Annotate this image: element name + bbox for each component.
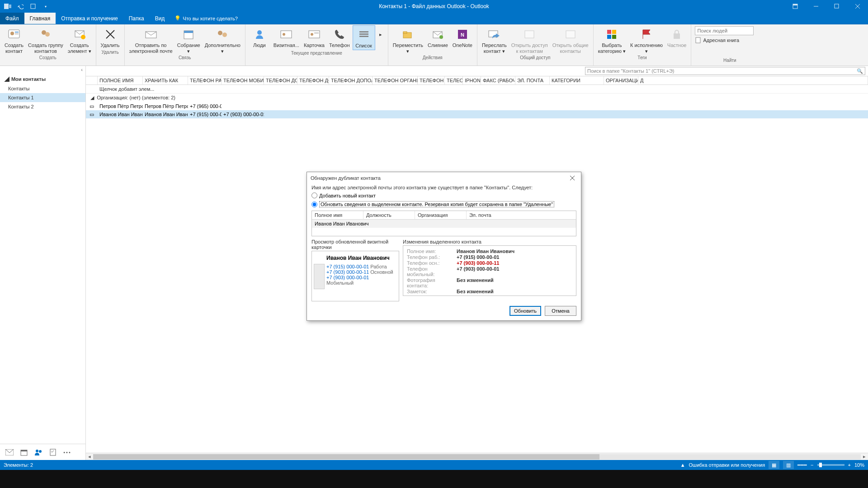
open-shared-contacts-button[interactable]: Открыть общие контакты [551,25,590,55]
lightbulb-icon: 💡 [175,15,181,21]
nav-item-contacts-1[interactable]: Контакты 1 [0,93,85,102]
dup-col-email[interactable]: Эл. почта [467,211,576,219]
new-contact-group-button[interactable]: Создать группу контактов [26,25,65,55]
radio-add-new[interactable]: Добавить новый контакт [311,191,576,200]
radio-update-existing[interactable]: Обновить сведения о выделенном контакте.… [311,200,576,209]
minimize-button[interactable] [806,0,826,13]
view-normal-icon[interactable]: ▦ [769,461,779,469]
address-book-button[interactable]: Адресная книга [695,37,764,43]
follow-up-button[interactable]: К исполнению ▾ [628,25,665,55]
new-items-button[interactable]: Создать элемент ▾ [66,25,93,55]
col-phone-work[interactable]: ТЕЛЕФОН РАБ. [188,76,222,84]
dup-row[interactable]: Иванов Иван Иванович [312,220,576,228]
dialog-close-button[interactable] [567,173,577,183]
nav-people-icon[interactable] [34,448,42,456]
col-fax[interactable]: ФАКС (РАБОЧИЙ) [481,76,515,84]
view-people-button[interactable]: Люди [248,25,271,50]
nav-tasks-icon[interactable] [49,448,57,456]
svg-rect-42 [607,35,611,39]
search-people-input[interactable]: Поиск людей [695,26,754,35]
svg-point-20 [218,31,222,35]
dup-col-job[interactable]: Должность [363,211,415,219]
qat-undo-icon[interactable] [15,1,25,11]
group-header[interactable]: ◢ Организация: (нет) (элементов: 2) [86,94,868,102]
dup-col-org[interactable]: Организация [415,211,467,219]
nav-calendar-icon[interactable] [20,448,28,456]
zoom-in-button[interactable]: + [848,462,851,468]
status-error[interactable]: Ошибка отправки или получения [689,462,765,468]
zoom-level[interactable]: 10% [854,462,864,468]
contact-row[interactable]: ▭ Петров Пётр Петрович Петров Пётр Петро… [86,102,868,110]
col-email[interactable]: ЭЛ. ПОЧТА [515,76,550,84]
col-phone-org[interactable]: ТЕЛЕФОН ОРГАНИЗАЦ... [373,76,418,84]
share-contacts-button[interactable]: Открыть доступ к контактам [509,25,550,55]
horizontal-scrollbar[interactable]: ◂ ▸ [86,453,868,460]
close-button[interactable] [847,0,868,13]
dialog-message: Имя или адрес электронной почты этого ко… [311,184,576,191]
new-contact-button[interactable]: Создать контакт [3,25,25,55]
view-card-button[interactable]: Карточка [302,25,326,50]
maximize-button[interactable] [826,0,847,13]
nav-item-contacts[interactable]: Контакты [0,84,85,93]
col-org[interactable]: ОРГАНИЗАЦИЯ [604,76,638,84]
ribbon-options-icon[interactable] [785,0,806,13]
zoom-out-button[interactable]: − [811,462,813,468]
update-button[interactable]: Обновить [509,306,541,316]
col-phone-home[interactable]: ТЕЛЕФОН ДОМ. [264,76,297,84]
col-phone-x3[interactable]: ТЕЛЕФОН О... [418,76,445,84]
tab-send-receive[interactable]: Отправка и получение [56,13,123,24]
scroll-thumb[interactable] [93,454,599,460]
col-icon[interactable] [86,76,98,84]
col-phone-mobile[interactable]: ТЕЛЕФОН МОБИЛЬН... [222,76,264,84]
tab-folder[interactable]: Папка [123,13,150,24]
col-phone-x4[interactable]: ТЕЛЕО... [445,76,463,84]
scroll-left-icon[interactable]: ◂ [86,454,93,460]
scroll-right-icon[interactable]: ▸ [861,454,868,460]
nav-more-icon[interactable]: ••• [63,448,71,456]
view-phone-button[interactable]: Телефон [327,25,352,50]
view-businesscard-button[interactable]: Визитная... [272,25,301,50]
nav-header-my-contacts[interactable]: ◢ Мои контакты [0,73,85,84]
cancel-button[interactable]: Отмена [545,306,576,316]
more-comm-button[interactable]: Дополнительно ▾ [203,25,242,55]
svg-point-24 [283,33,285,36]
onenote-button[interactable]: NOneNote [451,25,474,55]
nav-collapse-button[interactable]: ‹ [0,66,85,73]
col-phone-x1[interactable]: ТЕЛЕФОН ДО... [297,76,329,84]
svg-point-14 [45,32,50,37]
qat-dropdown-icon[interactable]: ▾ [41,1,51,11]
col-fullname[interactable]: ПОЛНОЕ ИМЯ [98,76,143,84]
meeting-button[interactable]: Собрание ▾ [175,25,202,55]
email-contact-button[interactable]: Отправить по электронной почте [127,25,175,55]
tab-view[interactable]: Вид [150,13,170,24]
move-button[interactable]: Переместить ▾ [391,25,425,55]
click-to-add-row[interactable]: Щелчок добавит элем... [86,85,868,94]
tab-home[interactable]: Главная [24,13,56,24]
dup-col-name[interactable]: Полное имя [312,211,363,219]
delete-button[interactable]: Удалить [99,25,122,49]
qat-touch-icon[interactable] [28,1,38,11]
col-categories[interactable]: КАТЕГОРИИ [550,76,604,84]
zoom-slider[interactable] [817,464,844,466]
view-reading-icon[interactable]: ▥ [783,461,794,469]
windows-taskbar[interactable] [0,470,868,488]
folder-search-input[interactable]: Поиск в папке "Контакты 1" (CTRL+Э)🔍 [585,67,865,75]
categorize-button[interactable]: Выбрать категорию ▾ [596,25,627,55]
svg-point-50 [39,450,42,453]
qat-outlook-icon[interactable] [3,1,13,11]
col-phone-x2[interactable]: ТЕЛЕФОН ДОПОЛН. [329,76,373,84]
tell-me[interactable]: 💡Что вы хотите сделать? [170,13,242,24]
tab-file[interactable]: Файл [0,13,24,24]
view-list-button[interactable]: Список [353,25,375,50]
view-gallery-more-button[interactable]: ▸ [376,25,385,50]
mail-merge-button[interactable]: Слияние [426,25,450,55]
col-iphone[interactable]: IPHONE [463,76,481,84]
forward-contact-button[interactable]: Переслать контакт ▾ [480,25,509,55]
private-button[interactable]: Частное [665,25,688,55]
svg-rect-29 [359,33,368,35]
nav-mail-icon[interactable] [5,448,14,456]
contact-row[interactable]: ▭ Иванов Иван Иванович Иванов Иван Ивано… [86,110,868,118]
col-overflow[interactable]: Д [638,76,868,84]
col-fileas[interactable]: ХРАНИТЬ КАК [143,76,188,84]
nav-item-contacts-2[interactable]: Контакты 2 [0,102,85,111]
